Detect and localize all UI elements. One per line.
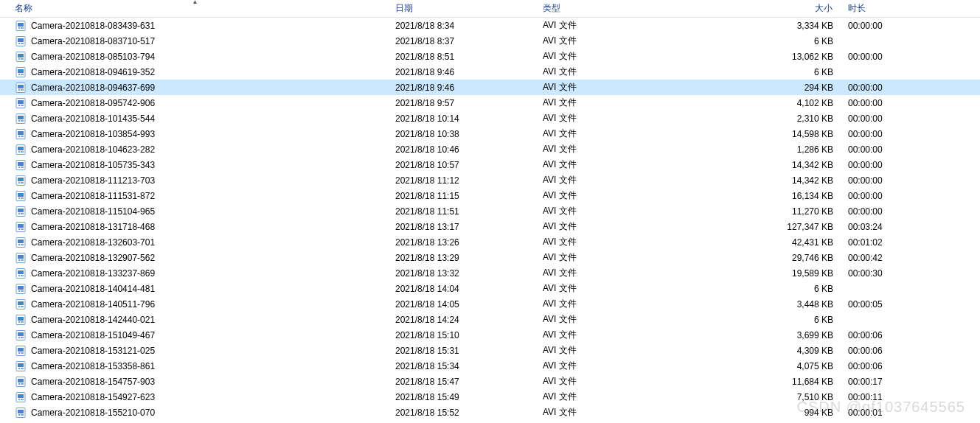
svg-rect-41 <box>18 178 24 181</box>
file-type-cell: AVI 文件 <box>538 174 649 186</box>
file-row[interactable]: Camera-20210818-140511-7962021/8/18 14:0… <box>0 296 980 312</box>
column-header-date[interactable]: 日期 <box>391 0 538 17</box>
file-name-cell[interactable]: Camera-20210818-094637-699 <box>0 82 391 94</box>
svg-point-30 <box>18 136 20 137</box>
file-name-cell[interactable]: Camera-20210818-105735-343 <box>0 159 391 171</box>
file-row[interactable]: Camera-20210818-101435-5442021/8/18 10:1… <box>0 111 980 126</box>
file-name-cell[interactable]: Camera-20210818-103854-993 <box>0 128 391 140</box>
svg-point-98 <box>18 399 20 400</box>
file-name-cell[interactable]: Camera-20210818-095742-906 <box>0 97 391 109</box>
svg-rect-83 <box>21 337 24 338</box>
svg-point-78 <box>18 321 20 323</box>
svg-rect-85 <box>18 348 24 352</box>
column-header-duration[interactable]: 时长 <box>841 0 973 17</box>
column-header-row: 名称 ▲ 日期 类型 大小 时长 <box>0 0 980 18</box>
video-file-icon <box>15 190 27 202</box>
file-name-label: Camera-20210818-151049-467 <box>31 330 155 340</box>
svg-rect-61 <box>18 255 24 259</box>
svg-point-102 <box>18 414 20 416</box>
file-row[interactable]: Camera-20210818-104623-2822021/8/18 10:4… <box>0 141 980 157</box>
file-row[interactable]: Camera-20210818-083710-5172021/8/18 8:37… <box>0 33 980 49</box>
file-row[interactable]: Camera-20210818-094619-3522021/8/18 9:46… <box>0 64 980 80</box>
file-name-label: Camera-20210818-105735-343 <box>31 160 155 170</box>
column-header-name[interactable]: 名称 ▲ <box>0 0 391 17</box>
file-row[interactable]: Camera-20210818-153121-0252021/8/18 15:3… <box>0 343 980 358</box>
file-name-cell[interactable]: Camera-20210818-154927-623 <box>0 391 391 403</box>
video-file-icon <box>15 329 27 341</box>
file-row[interactable]: Camera-20210818-133237-8692021/8/18 13:3… <box>0 265 980 281</box>
file-date-cell: 2021/8/18 10:46 <box>391 144 538 155</box>
file-name-label: Camera-20210818-115104-965 <box>31 206 155 217</box>
file-row[interactable]: Camera-20210818-094637-6992021/8/18 9:46… <box>0 80 980 95</box>
file-name-cell[interactable]: Camera-20210818-140414-481 <box>0 283 391 295</box>
file-size-cell: 1,286 KB <box>649 144 841 155</box>
file-row[interactable]: Camera-20210818-151049-4672021/8/18 15:1… <box>0 327 980 343</box>
file-name-cell[interactable]: Camera-20210818-153121-025 <box>0 345 391 357</box>
file-type-cell: AVI 文件 <box>538 282 649 295</box>
file-type-cell: AVI 文件 <box>538 112 649 125</box>
file-row[interactable]: Camera-20210818-132907-5622021/8/18 13:2… <box>0 250 980 265</box>
file-row[interactable]: Camera-20210818-154757-9032021/8/18 15:4… <box>0 374 980 389</box>
file-duration-cell: 00:00:00 <box>841 21 973 31</box>
file-name-label: Camera-20210818-095742-906 <box>31 98 155 108</box>
file-date-cell: 2021/8/18 13:17 <box>391 222 538 232</box>
file-name-cell[interactable]: Camera-20210818-140511-796 <box>0 298 391 310</box>
file-name-cell[interactable]: Camera-20210818-153358-861 <box>0 360 391 372</box>
file-row[interactable]: Camera-20210818-132603-7012021/8/18 13:2… <box>0 234 980 250</box>
file-name-label: Camera-20210818-140511-796 <box>31 299 155 310</box>
svg-rect-67 <box>21 275 24 276</box>
file-row[interactable]: Camera-20210818-131718-4682021/8/18 13:1… <box>0 219 980 234</box>
file-row[interactable]: Camera-20210818-142440-0212021/8/18 14:2… <box>0 312 980 327</box>
file-size-cell: 14,342 KB <box>649 160 841 170</box>
file-type-cell: AVI 文件 <box>538 143 649 155</box>
file-name-label: Camera-20210818-133237-869 <box>31 268 155 279</box>
file-row[interactable]: Camera-20210818-095742-9062021/8/18 9:57… <box>0 95 980 111</box>
file-name-label: Camera-20210818-132907-562 <box>31 253 155 263</box>
video-file-icon <box>15 298 27 310</box>
file-type-cell: AVI 文件 <box>538 251 649 264</box>
file-row[interactable]: Camera-20210818-154927-6232021/8/18 15:4… <box>0 389 980 405</box>
file-row[interactable]: Camera-20210818-103854-9932021/8/18 10:3… <box>0 126 980 141</box>
file-row[interactable]: Camera-20210818-111531-8722021/8/18 11:1… <box>0 188 980 203</box>
svg-point-90 <box>18 368 20 369</box>
file-row[interactable]: Camera-20210818-085103-7942021/8/18 8:51… <box>0 49 980 64</box>
column-header-type[interactable]: 类型 <box>538 0 649 17</box>
file-name-cell[interactable]: Camera-20210818-083439-631 <box>0 20 391 32</box>
video-file-icon <box>15 175 27 186</box>
file-row[interactable]: Camera-20210818-155210-0702021/8/18 15:5… <box>0 405 980 420</box>
svg-rect-1 <box>18 23 24 27</box>
file-name-cell[interactable]: Camera-20210818-111531-872 <box>0 190 391 202</box>
file-name-cell[interactable]: Camera-20210818-085103-794 <box>0 51 391 63</box>
file-row[interactable]: Camera-20210818-083439-6312021/8/18 8:34… <box>0 18 980 33</box>
file-name-cell[interactable]: Camera-20210818-155210-070 <box>0 407 391 419</box>
file-row[interactable]: Camera-20210818-140414-4812021/8/18 14:0… <box>0 281 980 296</box>
column-header-name-label: 名称 <box>15 2 32 15</box>
file-name-cell[interactable]: Camera-20210818-142440-021 <box>0 314 391 326</box>
file-name-cell[interactable]: Camera-20210818-115104-965 <box>0 206 391 217</box>
file-duration-cell: 00:03:24 <box>841 222 973 232</box>
column-header-size[interactable]: 大小 <box>649 0 841 17</box>
file-row[interactable]: Camera-20210818-115104-9652021/8/18 11:5… <box>0 203 980 219</box>
svg-point-66 <box>18 275 20 276</box>
file-name-cell[interactable]: Camera-20210818-132907-562 <box>0 252 391 264</box>
file-name-label: Camera-20210818-140414-481 <box>31 284 155 294</box>
file-name-cell[interactable]: Camera-20210818-132603-701 <box>0 237 391 248</box>
file-name-cell[interactable]: Camera-20210818-104623-282 <box>0 144 391 155</box>
file-name-cell[interactable]: Camera-20210818-083710-517 <box>0 35 391 47</box>
file-name-cell[interactable]: Camera-20210818-131718-468 <box>0 221 391 233</box>
file-name-cell[interactable]: Camera-20210818-151049-467 <box>0 329 391 341</box>
file-name-cell[interactable]: Camera-20210818-154757-903 <box>0 376 391 388</box>
file-size-cell: 4,075 KB <box>649 361 841 371</box>
file-type-cell: AVI 文件 <box>538 391 649 403</box>
svg-rect-37 <box>18 162 24 166</box>
svg-rect-51 <box>21 213 24 214</box>
file-row[interactable]: Camera-20210818-111213-7032021/8/18 11:1… <box>0 172 980 188</box>
file-name-cell[interactable]: Camera-20210818-101435-544 <box>0 113 391 125</box>
file-row[interactable]: Camera-20210818-105735-3432021/8/18 10:5… <box>0 157 980 172</box>
file-name-cell[interactable]: Camera-20210818-111213-703 <box>0 175 391 186</box>
file-name-cell[interactable]: Camera-20210818-133237-869 <box>0 268 391 279</box>
file-name-cell[interactable]: Camera-20210818-094619-352 <box>0 66 391 78</box>
file-row[interactable]: Camera-20210818-153358-8612021/8/18 15:3… <box>0 358 980 374</box>
file-type-cell: AVI 文件 <box>538 360 649 372</box>
file-duration-cell: 00:00:00 <box>841 113 973 124</box>
